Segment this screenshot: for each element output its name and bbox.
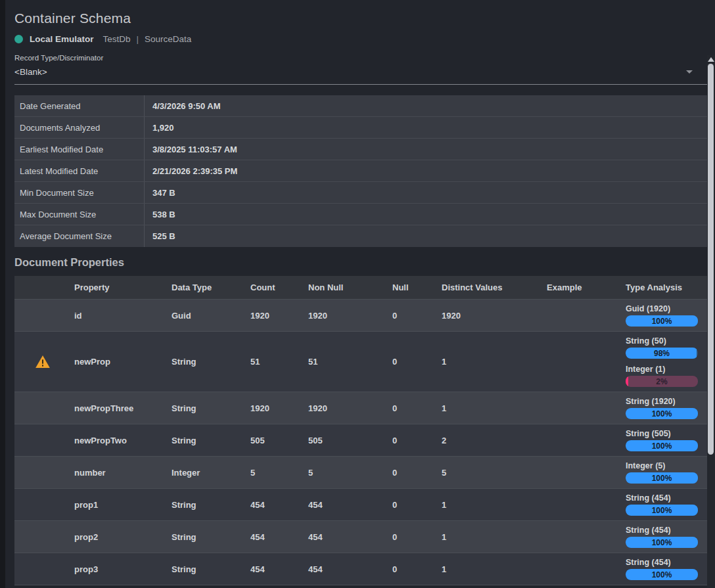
property-data-type: Integer: [168, 457, 246, 488]
property-data-type: String: [168, 332, 246, 392]
property-distinct-values: 1: [438, 553, 543, 585]
connection-breadcrumb: Local Emulator TestDb | SourceData: [14, 34, 707, 44]
column-header-null: Null: [388, 276, 438, 299]
summary-value: 538 B: [145, 204, 707, 225]
property-distinct-values: 1: [438, 392, 543, 424]
type-analysis-percent: 100%: [626, 505, 698, 516]
property-example: [543, 424, 622, 456]
type-analysis-percent: 100%: [626, 315, 698, 327]
summary-row: Documents Analyzed1,920: [14, 117, 707, 139]
column-header-data-type: Data Type: [168, 276, 246, 299]
property-null: 0: [388, 553, 438, 585]
warning-cell: [14, 457, 70, 488]
type-analysis-group: String (1920)100%: [626, 397, 698, 419]
type-analysis-group: Integer (5)100%: [626, 461, 698, 484]
property-distinct-values: 2: [438, 424, 543, 456]
property-example: [543, 300, 622, 331]
summary-label: Average Document Size: [14, 225, 145, 247]
type-analysis-label: Integer (1): [626, 365, 698, 374]
scrollbar-thumb[interactable]: [708, 64, 714, 455]
warning-cell: [14, 489, 70, 520]
chevron-down-icon: [686, 70, 693, 74]
type-analysis-label: String (454): [626, 493, 698, 503]
record-type-dropdown[interactable]: <Blank>: [14, 65, 707, 85]
property-non-null: 1920: [304, 300, 388, 331]
property-name: id: [70, 300, 168, 331]
property-name: prop2: [70, 521, 168, 553]
type-analysis-percent: 2%: [626, 376, 698, 387]
warning-cell: [14, 332, 70, 392]
property-type-analysis: Guid (1920)100%: [622, 300, 707, 331]
property-row: newPropString515101String (50)98%Integer…: [14, 332, 707, 392]
summary-value: 525 B: [145, 225, 707, 247]
type-analysis-label: Guid (1920): [626, 304, 698, 313]
summary-value: 347 B: [145, 182, 707, 203]
summary-label: Max Document Size: [14, 204, 145, 225]
property-count: 454: [246, 553, 304, 585]
warning-cell: [14, 424, 70, 456]
summary-row: Earliest Modified Date3/8/2025 11:03:57 …: [14, 139, 707, 160]
type-analysis-group: String (454)100%: [626, 558, 698, 580]
property-count: 454: [246, 489, 304, 520]
type-analysis-bar: 100%: [626, 408, 698, 419]
property-type-analysis: String (454)100%: [622, 521, 707, 553]
type-analysis-percent: 100%: [626, 408, 698, 419]
property-null: 0: [388, 424, 438, 456]
column-header-type-analysis: Type Analysis: [622, 276, 707, 299]
type-analysis-bar: 100%: [626, 440, 698, 451]
property-row: newPropTwoString50550502String (505)100%: [14, 424, 707, 457]
property-null: 0: [388, 392, 438, 424]
property-non-null: 51: [304, 332, 388, 392]
warning-cell: [14, 392, 70, 424]
schema-summary-table: Date Generated4/3/2026 9:50 AM Documents…: [14, 95, 707, 247]
property-data-type: String: [168, 424, 246, 456]
property-name: prop3: [70, 553, 168, 585]
column-header-non-null: Non Null: [304, 276, 388, 299]
property-count: 1920: [246, 392, 304, 424]
summary-label: Date Generated: [14, 95, 145, 116]
summary-row: Max Document Size538 B: [14, 204, 707, 225]
breadcrumb-separator: |: [137, 34, 139, 44]
type-analysis-group: Guid (1920)100%: [626, 304, 698, 327]
type-analysis-label: String (50): [626, 336, 698, 346]
type-analysis-bar: 100%: [626, 315, 698, 327]
type-analysis-percent: 98%: [626, 348, 698, 359]
property-row: prop2String45445401String (454)100%: [14, 521, 707, 553]
summary-value: 3/8/2025 11:03:57 AM: [145, 139, 707, 160]
type-analysis-bar: 100%: [626, 537, 698, 548]
type-analysis-label: String (1920): [626, 397, 698, 406]
property-count: 51: [246, 332, 304, 392]
property-non-null: 5: [304, 457, 388, 488]
table-header-row: Property Data Type Count Non Null Null D…: [14, 276, 707, 300]
summary-row: Min Document Size347 B: [14, 182, 707, 204]
scrollbar-up-arrow-icon[interactable]: [708, 57, 714, 62]
type-analysis-label: String (454): [626, 558, 698, 567]
type-analysis-percent: 100%: [626, 537, 698, 548]
property-count: 1920: [246, 300, 304, 331]
warning-column-header: [14, 276, 70, 299]
summary-label: Earliest Modified Date: [14, 139, 145, 160]
connection-name: Local Emulator: [30, 34, 94, 44]
type-analysis-label: String (454): [626, 526, 698, 535]
summary-value: 2/21/2026 2:39:35 PM: [145, 160, 707, 181]
summary-row: Date Generated4/3/2026 9:50 AM: [14, 95, 707, 117]
vertical-scrollbar[interactable]: [707, 55, 715, 588]
property-null: 0: [388, 521, 438, 553]
property-example: [543, 457, 622, 488]
property-null: 0: [388, 332, 438, 392]
property-type-analysis: String (50)98%Integer (1)2%: [622, 332, 707, 392]
property-count: 505: [246, 424, 304, 456]
type-analysis-percent: 100%: [626, 472, 698, 484]
type-analysis-label: Integer (5): [626, 461, 698, 470]
property-type-analysis: String (454)100%: [622, 489, 707, 520]
type-analysis-bar: 100%: [626, 569, 698, 580]
summary-value: 1,920: [145, 117, 707, 138]
summary-label: Min Document Size: [14, 182, 145, 203]
breadcrumb-container: SourceData: [145, 34, 191, 44]
summary-label: Documents Analyzed: [14, 117, 145, 138]
summary-row: Average Document Size525 B: [14, 225, 707, 247]
property-row: prop3String45445401String (454)100%: [14, 553, 707, 585]
property-data-type: String: [168, 553, 246, 585]
property-data-type: String: [168, 521, 246, 553]
summary-label: Latest Modified Date: [14, 160, 145, 181]
